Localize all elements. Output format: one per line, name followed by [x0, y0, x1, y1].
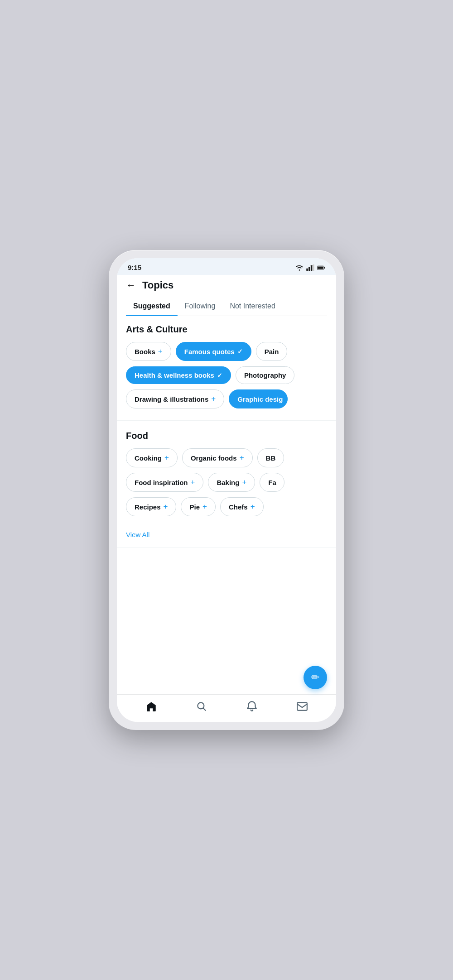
nav-search[interactable]	[195, 700, 208, 713]
nav-messages[interactable]	[296, 700, 308, 713]
arts-row-3: Drawing & illustrations + Graphic desig	[126, 389, 327, 408]
chip-paint-label: Pain	[265, 348, 279, 355]
status-icons	[295, 264, 325, 271]
chip-recipes-label: Recipes	[135, 503, 161, 511]
chip-pie-label: Pie	[189, 503, 200, 511]
chip-photography[interactable]: Photography	[236, 366, 294, 384]
svg-rect-3	[313, 264, 314, 271]
svg-rect-0	[306, 268, 308, 270]
food-row-2: Food inspiration + Baking + Fa	[126, 473, 327, 492]
arts-row-2: Health & wellness books ✓ Photography	[126, 366, 327, 384]
tabs: Suggested Following Not Interested	[126, 298, 327, 316]
svg-rect-5	[324, 267, 325, 269]
chip-cooking[interactable]: Cooking +	[126, 448, 178, 467]
chip-books-plus: +	[158, 347, 163, 356]
status-time: 9:15	[128, 264, 141, 271]
chip-recipes[interactable]: Recipes +	[126, 497, 176, 516]
svg-rect-2	[311, 265, 313, 270]
chip-bb-label: BB	[266, 454, 276, 462]
bottom-navigation	[117, 694, 336, 722]
chip-food-inspiration[interactable]: Food inspiration +	[126, 473, 203, 492]
chip-famous-quotes[interactable]: Famous quotes ✓	[176, 342, 251, 361]
nav-notifications[interactable]	[246, 700, 258, 713]
chip-famous-quotes-label: Famous quotes	[184, 348, 235, 355]
arts-culture-title: Arts & Culture	[126, 324, 327, 335]
chip-bb[interactable]: BB	[257, 448, 284, 467]
chip-chefs-label: Chefs	[229, 503, 248, 511]
tab-not-interested[interactable]: Not Interested	[222, 298, 283, 316]
chip-graphic-design[interactable]: Graphic desig	[229, 389, 288, 408]
food-title: Food	[126, 431, 327, 441]
chip-drawing-plus: +	[211, 394, 216, 404]
chip-chefs[interactable]: Chefs +	[220, 497, 264, 516]
chip-health-wellness[interactable]: Health & wellness books ✓	[126, 366, 231, 384]
phone-screen: 9:15	[117, 258, 336, 722]
svg-rect-6	[318, 266, 323, 269]
chip-pie-plus: +	[202, 502, 207, 511]
chip-books-label: Books	[135, 348, 155, 355]
chip-fa-label: Fa	[268, 479, 276, 486]
food-row-3: Recipes + Pie + Chefs +	[126, 497, 327, 516]
tab-following[interactable]: Following	[178, 298, 223, 316]
header-title-row: ← Topics	[126, 279, 327, 291]
chip-baking[interactable]: Baking +	[208, 473, 255, 492]
chip-baking-plus: +	[242, 478, 246, 487]
food-row-1: Cooking + Organic foods + BB	[126, 448, 327, 467]
chip-drawing[interactable]: Drawing & illustrations +	[126, 389, 224, 408]
chip-baking-label: Baking	[217, 479, 239, 486]
chip-chefs-plus: +	[251, 502, 255, 511]
chip-recipes-plus: +	[164, 502, 168, 511]
back-button[interactable]: ←	[126, 280, 136, 290]
chip-photography-label: Photography	[244, 371, 286, 379]
compose-fab[interactable]: ✏	[304, 666, 327, 689]
arts-row-1: Books + Famous quotes ✓ Pain	[126, 342, 327, 361]
svg-rect-8	[297, 702, 307, 710]
page-title: Topics	[142, 279, 173, 291]
chip-food-inspiration-label: Food inspiration	[135, 479, 188, 486]
chip-drawing-label: Drawing & illustrations	[135, 395, 208, 403]
chip-organic-foods-label: Organic foods	[191, 454, 237, 462]
header: ← Topics Suggested Following Not Interes…	[117, 275, 336, 316]
food-section: Food Cooking + Organic foods + BB	[117, 423, 336, 526]
chip-pie[interactable]: Pie +	[181, 497, 215, 516]
status-bar: 9:15	[117, 258, 336, 275]
signal-icon	[306, 264, 314, 271]
content-area: Arts & Culture Books + Famous quotes ✓ P…	[117, 316, 336, 694]
chip-fa[interactable]: Fa	[260, 473, 284, 492]
svg-rect-1	[308, 267, 310, 271]
chip-graphic-design-label: Graphic desig	[237, 395, 283, 403]
section-divider-1	[117, 420, 336, 421]
battery-icon	[317, 264, 325, 271]
arts-culture-section: Arts & Culture Books + Famous quotes ✓ P…	[117, 316, 336, 418]
wifi-icon	[295, 264, 304, 271]
chip-books[interactable]: Books +	[126, 342, 171, 361]
tab-suggested[interactable]: Suggested	[126, 298, 178, 316]
compose-icon: ✏	[311, 673, 319, 682]
chip-organic-foods-plus: +	[240, 453, 244, 462]
section-divider-2	[117, 548, 336, 548]
chip-food-inspiration-plus: +	[191, 478, 195, 487]
chip-cooking-plus: +	[164, 453, 169, 462]
chip-organic-foods[interactable]: Organic foods +	[182, 448, 253, 467]
chip-health-wellness-label: Health & wellness books	[135, 371, 214, 379]
chip-health-wellness-check: ✓	[217, 372, 222, 379]
chip-famous-quotes-check: ✓	[237, 348, 243, 355]
chip-paint[interactable]: Pain	[256, 342, 288, 361]
nav-home[interactable]	[145, 700, 158, 713]
view-all-link[interactable]: View All	[117, 526, 159, 546]
phone-frame: 9:15	[109, 250, 344, 730]
chip-cooking-label: Cooking	[135, 454, 162, 462]
